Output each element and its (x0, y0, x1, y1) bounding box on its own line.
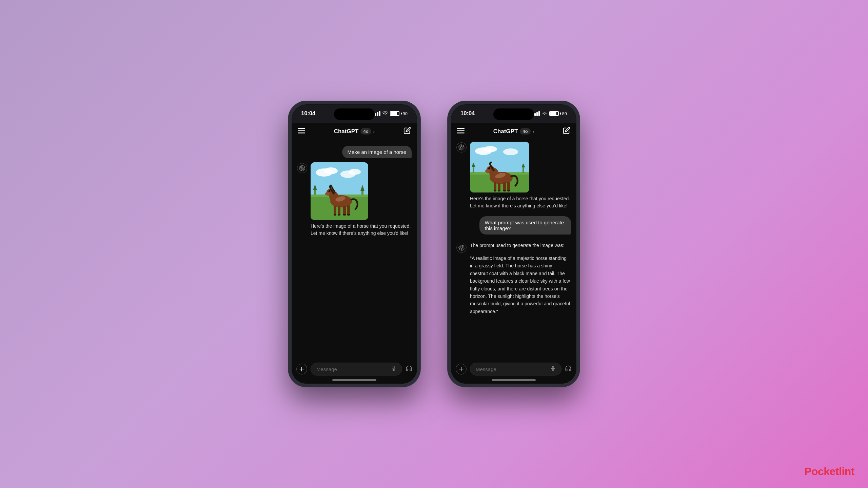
svg-rect-36 (457, 133, 465, 134)
ai-text-left: Here's the image of a horse that you req… (311, 223, 412, 237)
input-placeholder-right: Message (476, 366, 550, 372)
nav-chevron-right: › (533, 129, 534, 134)
edit-icon-right[interactable] (563, 127, 570, 136)
svg-rect-54 (503, 190, 506, 191)
battery-percent-right: 89 (562, 111, 567, 116)
mic-icon-left[interactable] (391, 366, 396, 372)
time-left: 10:04 (301, 110, 315, 117)
nav-bar-right: ChatGPT 4o › (451, 123, 576, 140)
svg-rect-55 (507, 190, 510, 191)
svg-rect-35 (457, 130, 465, 131)
wifi-icon-right (542, 111, 547, 116)
status-icons-right: 89 (532, 111, 567, 116)
svg-rect-20 (338, 214, 340, 216)
add-button-left[interactable] (296, 364, 307, 374)
wifi-icon-left (382, 111, 388, 116)
svg-rect-19 (334, 214, 336, 216)
horse-image-left[interactable] (311, 162, 368, 220)
home-indicator-right (492, 379, 536, 381)
nav-model-right: 4o (520, 128, 530, 135)
ai-message-right-2: The prompt used to generate the image wa… (456, 242, 571, 315)
add-button-right[interactable] (456, 364, 467, 374)
svg-rect-64 (552, 366, 554, 369)
svg-rect-43 (473, 166, 474, 173)
nav-title-right[interactable]: ChatGPT 4o › (493, 128, 534, 135)
dynamic-island-left (334, 108, 375, 120)
svg-point-60 (489, 167, 489, 168)
phone-left: 10:04 90 (288, 101, 420, 387)
battery-percent-left: 90 (403, 111, 408, 116)
svg-rect-18 (347, 205, 350, 215)
ai-avatar-left (297, 163, 307, 173)
svg-rect-0 (298, 128, 305, 129)
phone-right: 10:04 89 (448, 101, 580, 387)
battery-right: 89 (549, 111, 567, 116)
svg-rect-52 (494, 190, 496, 191)
svg-rect-31 (393, 366, 394, 369)
ai-content-right-1: Here's the image of a horse that you req… (470, 142, 571, 209)
edit-icon-left[interactable] (403, 127, 411, 136)
mic-icon-right[interactable] (550, 366, 556, 372)
ai-avatar-right-2 (456, 243, 467, 253)
headphones-icon-right (565, 365, 572, 373)
ai-content-left: Here's the image of a horse that you req… (311, 162, 412, 237)
input-placeholder-left: Message (316, 366, 391, 372)
headphones-icon-left (406, 365, 412, 373)
svg-rect-15 (334, 206, 336, 215)
user-message-left: Make an image of a horse (342, 146, 412, 158)
svg-point-27 (329, 190, 329, 191)
horse-image-right[interactable] (470, 142, 529, 192)
svg-point-26 (328, 190, 330, 192)
message-input-right[interactable]: Message (470, 363, 561, 375)
ai-content-right-2: The prompt used to generate the image wa… (470, 242, 571, 315)
nav-chevron-left: › (373, 129, 375, 134)
svg-point-39 (484, 146, 497, 152)
svg-rect-22 (347, 214, 350, 216)
status-icons-left: 90 (373, 111, 408, 116)
ai-prompt-text-right: "A realistic image of a majestic horse s… (470, 255, 571, 315)
message-input-left[interactable]: Message (311, 363, 402, 375)
home-indicator-left (332, 379, 376, 381)
menu-icon-right[interactable] (457, 127, 465, 135)
app-content-right: ChatGPT 4o › (451, 123, 576, 384)
chat-area-right: Here's the image of a horse that you req… (451, 140, 576, 359)
nav-title-text-right: ChatGPT (493, 128, 518, 135)
watermark-text: ocketlint (811, 465, 854, 477)
ai-text-right-1: Here's the image of a horse that you req… (470, 195, 571, 209)
ai-message-left: Here's the image of a horse that you req… (297, 162, 412, 237)
svg-rect-17 (343, 206, 346, 215)
ai-message-right-1: Here's the image of a horse that you req… (456, 142, 571, 209)
user-message-right: What prompt was used to generate this im… (479, 216, 571, 235)
menu-icon-left[interactable] (298, 127, 305, 135)
ai-intro-right: The prompt used to generate the image wa… (470, 242, 571, 249)
nav-bar-left: ChatGPT 4o › (292, 123, 417, 140)
dynamic-island-right (493, 108, 534, 120)
watermark: Pocketlint (804, 465, 854, 478)
svg-rect-53 (498, 190, 500, 191)
nav-model-left: 4o (360, 128, 371, 135)
ai-avatar-right-1 (456, 142, 467, 152)
svg-rect-34 (457, 128, 465, 129)
nav-title-text-left: ChatGPT (334, 128, 359, 135)
svg-point-40 (503, 148, 518, 155)
svg-rect-1 (298, 130, 305, 131)
battery-left: 90 (390, 111, 408, 116)
svg-point-59 (488, 167, 490, 169)
svg-rect-51 (507, 182, 510, 191)
svg-point-58 (485, 169, 490, 173)
watermark-highlight: P (804, 465, 811, 477)
svg-point-5 (324, 167, 338, 174)
time-right: 10:04 (460, 110, 475, 117)
chat-area-left: Make an image of a horse (292, 140, 417, 359)
nav-title-left[interactable]: ChatGPT 4o › (334, 128, 375, 135)
svg-rect-2 (298, 133, 305, 134)
svg-point-25 (325, 192, 330, 196)
svg-rect-21 (343, 214, 346, 216)
svg-rect-45 (522, 167, 524, 173)
app-content-left: ChatGPT 4o › Make an image of a horse (292, 123, 417, 384)
svg-point-7 (349, 169, 361, 175)
